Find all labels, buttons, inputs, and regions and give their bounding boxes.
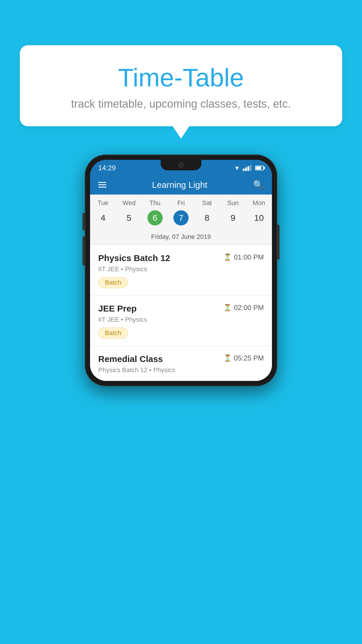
- schedule-item-1[interactable]: Physics Batch 12 ⏳ 01:00 PM IIT JEE • Ph…: [90, 245, 272, 295]
- battery-icon: [255, 166, 264, 170]
- clock-icon-1: ⏳: [224, 253, 231, 261]
- clock-icon-2: ⏳: [224, 304, 231, 312]
- date-col-3[interactable]: 7: [168, 210, 194, 225]
- date-col-1[interactable]: 5: [116, 210, 142, 225]
- schedule-sub-1: IIT JEE • Physics: [98, 265, 264, 273]
- day-name-2: Thu: [142, 199, 168, 207]
- app-bar: Learning Light 🔍: [90, 175, 272, 195]
- date-col-0[interactable]: 4: [90, 210, 116, 225]
- days-header: TueWedThuFriSatSunMon: [90, 195, 272, 208]
- day-name-1: Wed: [116, 199, 142, 207]
- schedule-sub-2: IIT JEE • Physics: [98, 316, 264, 323]
- schedule-item-3[interactable]: Remedial Class ⏳ 05:25 PM Physics Batch …: [90, 346, 272, 381]
- wifi-icon: ▼: [234, 165, 240, 172]
- selected-date-label: Friday, 07 June 2019: [90, 230, 272, 245]
- clock-icon-3: ⏳: [224, 354, 231, 362]
- app-title: Learning Light: [152, 180, 207, 190]
- day-name-0: Tue: [90, 199, 116, 207]
- day-name-5: Sun: [220, 199, 246, 207]
- day-name-4: Sat: [194, 199, 220, 207]
- signal-icon: [243, 165, 252, 171]
- status-icons: ▼: [234, 165, 264, 172]
- phone-screen: 14:29 ▼: [90, 160, 272, 381]
- schedule-list: Physics Batch 12 ⏳ 01:00 PM IIT JEE • Ph…: [90, 245, 272, 381]
- schedule-item-2[interactable]: JEE Prep ⏳ 02:00 PM IIT JEE • Physics Ba…: [90, 295, 272, 346]
- page-subtitle: track timetable, upcoming classes, tests…: [34, 98, 328, 110]
- schedule-time-2: ⏳ 02:00 PM: [224, 304, 264, 312]
- menu-button[interactable]: [98, 182, 106, 188]
- batch-tag-1: Batch: [98, 277, 128, 288]
- schedule-time-3: ⏳ 05:25 PM: [224, 354, 264, 362]
- schedule-item-name-1: Physics Batch 12: [98, 253, 170, 263]
- status-time: 14:29: [98, 164, 116, 172]
- day-name-3: Fri: [168, 199, 194, 207]
- page-title: Time-Table: [34, 63, 328, 92]
- search-icon[interactable]: 🔍: [253, 180, 264, 190]
- schedule-item-name-2: JEE Prep: [98, 304, 137, 314]
- calendar-section: TueWedThuFriSatSunMon 45678910 Friday, 0…: [90, 195, 272, 245]
- batch-tag-2: Batch: [98, 328, 128, 339]
- speech-bubble: Time-Table track timetable, upcoming cla…: [20, 45, 342, 126]
- date-col-4[interactable]: 8: [194, 210, 220, 225]
- phone-mockup: 14:29 ▼: [85, 155, 277, 386]
- date-col-2[interactable]: 6: [142, 210, 168, 225]
- dates-row: 45678910: [90, 208, 272, 230]
- date-col-6[interactable]: 10: [246, 210, 272, 225]
- schedule-sub-3: Physics Batch 12 • Physics: [98, 366, 264, 374]
- date-col-5[interactable]: 9: [220, 210, 246, 225]
- schedule-item-name-3: Remedial Class: [98, 354, 163, 364]
- day-name-6: Mon: [246, 199, 272, 207]
- schedule-time-1: ⏳ 01:00 PM: [224, 253, 264, 261]
